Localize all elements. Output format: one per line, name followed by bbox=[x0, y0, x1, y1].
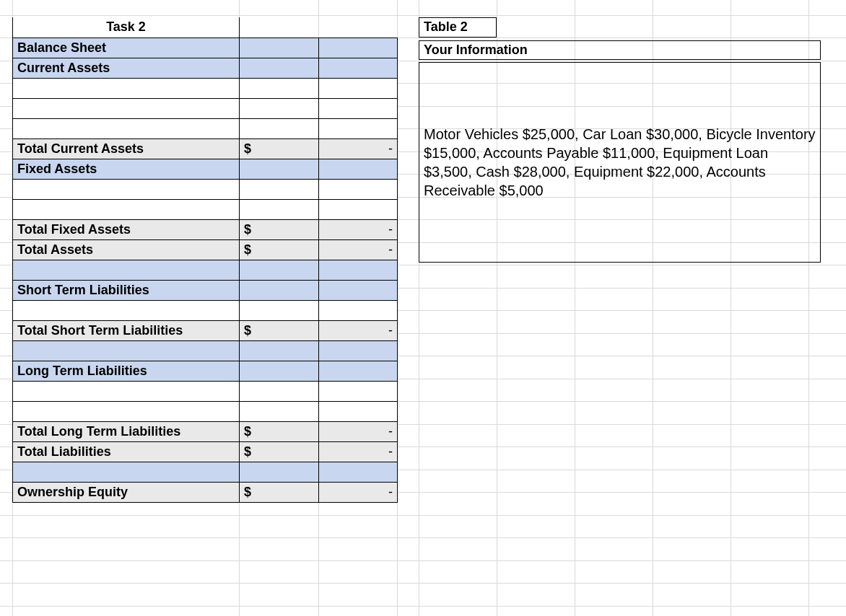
currency-symbol: $ bbox=[240, 320, 319, 340]
information-text: Motor Vehicles $25,000, Car Loan $30,000… bbox=[424, 125, 816, 200]
total-value[interactable]: - bbox=[319, 138, 398, 159]
total-label: Total Fixed Assets bbox=[13, 219, 240, 239]
your-information-header: Your Information bbox=[419, 40, 821, 60]
cell[interactable] bbox=[319, 179, 398, 199]
total-label: Total Assets bbox=[13, 239, 240, 260]
section-label: Balance Sheet bbox=[13, 38, 240, 58]
cell[interactable] bbox=[319, 58, 398, 78]
cell[interactable] bbox=[319, 462, 398, 482]
cell[interactable] bbox=[240, 340, 319, 361]
cell[interactable] bbox=[240, 361, 319, 381]
cell[interactable] bbox=[13, 300, 240, 320]
cell[interactable] bbox=[13, 179, 240, 199]
cell[interactable] bbox=[13, 118, 240, 138]
cell[interactable] bbox=[319, 401, 398, 421]
cell[interactable] bbox=[240, 280, 319, 300]
cell[interactable] bbox=[13, 381, 240, 401]
cell[interactable] bbox=[319, 340, 398, 361]
total-label: Total Long Term Liabilities bbox=[13, 421, 240, 441]
cell[interactable] bbox=[240, 401, 319, 421]
cell[interactable] bbox=[13, 199, 240, 219]
cell[interactable] bbox=[319, 300, 398, 320]
cell[interactable] bbox=[240, 38, 319, 58]
cell[interactable] bbox=[319, 38, 398, 58]
total-label: Ownership Equity bbox=[13, 482, 240, 502]
total-label: Total Short Term Liabilities bbox=[13, 320, 240, 340]
information-box: Motor Vehicles $25,000, Car Loan $30,000… bbox=[419, 62, 821, 263]
cell[interactable] bbox=[13, 98, 240, 118]
total-value[interactable]: - bbox=[319, 421, 398, 441]
currency-symbol: $ bbox=[240, 239, 319, 260]
section-label bbox=[13, 340, 240, 361]
cell[interactable] bbox=[319, 381, 398, 401]
cell[interactable] bbox=[240, 159, 319, 179]
cell[interactable] bbox=[13, 401, 240, 421]
cell[interactable] bbox=[240, 462, 319, 482]
currency-symbol: $ bbox=[240, 441, 319, 462]
cell[interactable] bbox=[319, 361, 398, 381]
section-label: Short Term Liabilities bbox=[13, 280, 240, 300]
cell[interactable] bbox=[319, 98, 398, 118]
cell[interactable] bbox=[319, 199, 398, 219]
cell[interactable] bbox=[240, 260, 319, 280]
currency-symbol: $ bbox=[240, 138, 319, 159]
cell[interactable] bbox=[240, 118, 319, 138]
cell[interactable] bbox=[240, 179, 319, 199]
currency-symbol: $ bbox=[240, 421, 319, 441]
cell[interactable] bbox=[240, 199, 319, 219]
cell[interactable] bbox=[240, 58, 319, 78]
cell[interactable] bbox=[240, 98, 319, 118]
task-header: Task 2 bbox=[13, 17, 240, 38]
cell[interactable] bbox=[319, 118, 398, 138]
total-value[interactable]: - bbox=[319, 239, 398, 260]
total-label: Total Current Assets bbox=[13, 138, 240, 159]
currency-symbol: $ bbox=[240, 219, 319, 239]
total-value[interactable]: - bbox=[319, 441, 398, 462]
cell[interactable] bbox=[319, 78, 398, 98]
total-value[interactable]: - bbox=[319, 219, 398, 239]
section-label: Long Term Liabilities bbox=[13, 361, 240, 381]
cell[interactable] bbox=[319, 159, 398, 179]
section-label: Current Assets bbox=[13, 58, 240, 78]
cell[interactable] bbox=[240, 381, 319, 401]
cell[interactable] bbox=[13, 78, 240, 98]
cell[interactable] bbox=[319, 260, 398, 280]
section-label bbox=[13, 260, 240, 280]
section-label: Fixed Assets bbox=[13, 159, 240, 179]
balance-sheet-table: Task 2 Balance SheetCurrent AssetsTotal … bbox=[12, 17, 398, 503]
cell[interactable] bbox=[240, 78, 319, 98]
total-value[interactable]: - bbox=[319, 320, 398, 340]
currency-symbol: $ bbox=[240, 482, 319, 502]
section-label bbox=[13, 462, 240, 482]
cell[interactable] bbox=[240, 300, 319, 320]
cell[interactable] bbox=[319, 280, 398, 300]
table2-header: Table 2 bbox=[419, 17, 497, 38]
total-label: Total Liabilities bbox=[13, 441, 240, 462]
total-value[interactable]: - bbox=[319, 482, 398, 502]
